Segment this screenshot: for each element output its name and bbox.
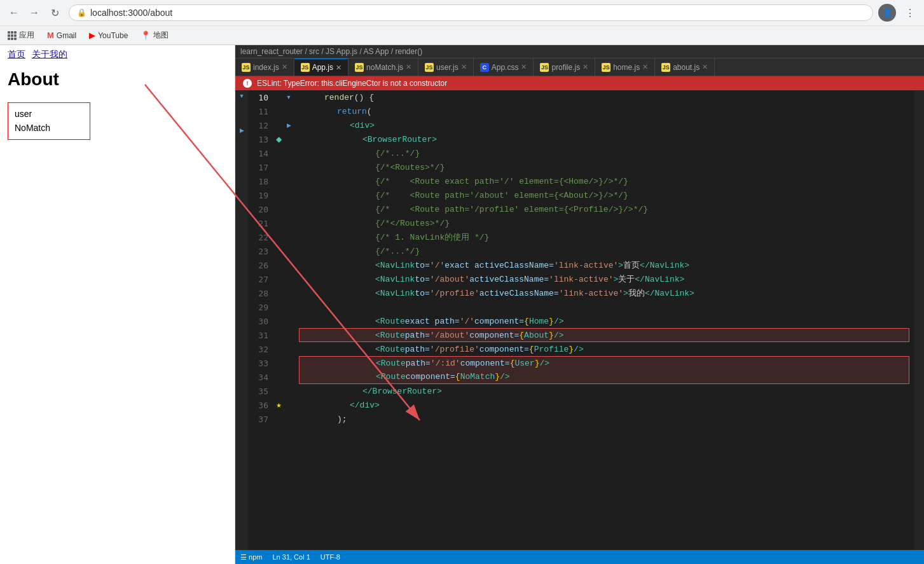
tab-app-js[interactable]: JS App.js ✕ — [294, 58, 348, 76]
profile-button[interactable]: 👤 — [878, 4, 896, 22]
code-line-19: {/* <Route path='/about' element={<About… — [299, 188, 909, 202]
encoding: UTF-8 — [321, 553, 340, 561]
box-line-1: user — [15, 107, 83, 121]
code-line-11: return ( — [299, 104, 909, 118]
line-num-36: 36 — [248, 398, 273, 412]
home-link[interactable]: 首页 — [8, 49, 25, 60]
editor-tabs: JS index.js ✕ JS App.js ✕ JS noMatch.js … — [235, 58, 924, 76]
line-num-10: 10 — [248, 90, 273, 104]
code-line-21: {/*</Routes>*/} — [299, 216, 909, 230]
line-num-22: 22 — [248, 230, 273, 244]
js-icon-app: JS — [301, 63, 310, 72]
marker-12 — [273, 118, 284, 132]
lock-icon: 🔒 — [77, 8, 86, 17]
forward-button[interactable]: → — [25, 4, 43, 22]
about-link[interactable]: 关于我的 — [32, 49, 67, 60]
fold-icon-10[interactable]: ▼ — [239, 93, 245, 99]
tab-app-css[interactable]: C App.css ✕ — [474, 58, 534, 76]
marker-33 — [273, 356, 284, 370]
left-gutter: ▼ ▶ — [235, 90, 248, 550]
apps-bookmark[interactable]: 应用 — [5, 29, 37, 42]
tab-home-js[interactable]: JS home.js ✕ — [595, 58, 655, 76]
maps-label: 地图 — [153, 30, 169, 41]
youtube-label: YouTube — [98, 31, 128, 40]
tab-index-js-close[interactable]: ✕ — [282, 63, 287, 71]
error-bar: ! ESLint: TypeError: this.cliEngineCtor … — [235, 76, 924, 90]
marker-20 — [273, 202, 284, 216]
browser-nav: ← → ↻ 🔒 localhost:3000/about 👤 ⋮ — [0, 0, 924, 25]
code-line-18: {/* <Route exact path='/' element={<Home… — [299, 174, 909, 188]
tab-about-js[interactable]: JS about.js ✕ — [655, 58, 715, 76]
code-line-12: <div> — [299, 118, 909, 132]
menu-button[interactable]: ⋮ — [901, 4, 919, 22]
tab-profile-js-label: profile.js — [551, 63, 580, 72]
line-num-35: 35 — [248, 384, 273, 398]
tab-nomatch-js-label: noMatch.js — [366, 63, 403, 72]
tab-about-js-label: about.js — [673, 63, 700, 72]
marker-30 — [273, 314, 284, 328]
status-bar: ☰ npm Ln 31, Col 1 UTF-8 — [235, 550, 924, 564]
apps-icon — [8, 31, 17, 40]
fold-icon-12[interactable]: ▶ — [240, 127, 244, 134]
fold-10[interactable]: ▼ — [286, 94, 292, 100]
breadcrumb: learn_react_router / src / JS App.js / A… — [235, 45, 924, 58]
code-line-35: </BrowserRouter> — [299, 384, 909, 398]
youtube-bookmark[interactable]: ▶ YouTube — [86, 29, 130, 41]
line-col: Ln 31, Col 1 — [272, 553, 310, 561]
line-num-19: 19 — [248, 188, 273, 202]
code-line-37: ); — [299, 412, 909, 426]
tab-user-js[interactable]: JS user.js ✕ — [418, 58, 474, 76]
reload-button[interactable]: ↻ — [46, 4, 64, 22]
marker-32 — [273, 342, 284, 356]
line-num-23: 23 — [248, 244, 273, 258]
code-line-29 — [299, 300, 909, 314]
marker-23 — [273, 244, 284, 258]
back-button[interactable]: ← — [5, 4, 23, 22]
line-num-17: 17 — [248, 160, 273, 174]
line-num-12: 12 — [248, 118, 273, 132]
code-line-30: <Route exact path='/' component={Home} /… — [299, 314, 909, 328]
marker-13: ◆ — [273, 132, 284, 146]
line-num-27: 27 — [248, 272, 273, 286]
code-line-26: <NavLink to='/' exact activeClassName='l… — [299, 258, 909, 272]
fold-12: ▶ — [287, 122, 291, 128]
tab-nomatch-js[interactable]: JS noMatch.js ✕ — [348, 58, 418, 76]
tab-nomatch-js-close[interactable]: ✕ — [406, 63, 411, 71]
css-icon: C — [480, 63, 489, 72]
tab-app-js-close[interactable]: ✕ — [336, 64, 341, 72]
code-line-10: render() { — [299, 90, 909, 104]
marker-17 — [273, 160, 284, 174]
tab-app-css-close[interactable]: ✕ — [521, 63, 527, 71]
marker-26 — [273, 258, 284, 272]
vscode-panel: learn_react_router / src / JS App.js / A… — [235, 45, 924, 564]
marker-11 — [273, 104, 284, 118]
address-bar[interactable]: 🔒 localhost:3000/about — [69, 4, 873, 21]
marker-37 — [273, 412, 284, 426]
code-line-23: {/*...*/} — [299, 244, 909, 258]
bookmarks-bar: 应用 M Gmail ▶ YouTube 📍 地图 — [0, 25, 924, 45]
line-numbers: 10 11 12 13 14 17 18 19 20 21 22 23 26 2… — [248, 90, 273, 550]
marker-10 — [273, 90, 284, 104]
tab-user-js-close[interactable]: ✕ — [461, 63, 467, 71]
line-num-29: 29 — [248, 300, 273, 314]
line-num-11: 11 — [248, 104, 273, 118]
tab-about-js-close[interactable]: ✕ — [702, 63, 708, 71]
marker-21 — [273, 216, 284, 230]
code-editor: ▼ ▶ — [235, 90, 924, 550]
error-text: ESLint: TypeError: this.cliEngineCtor is… — [257, 79, 447, 88]
fold-indicators: ▼ ▶ — [284, 90, 294, 550]
js-icon-nomatch: JS — [355, 63, 364, 72]
marker-36: ★ — [273, 398, 284, 412]
tab-profile-js[interactable]: JS profile.js ✕ — [534, 58, 595, 76]
git-branch: ☰ npm — [240, 553, 262, 561]
tab-index-js[interactable]: JS index.js ✕ — [235, 58, 294, 76]
tab-profile-js-close[interactable]: ✕ — [583, 63, 588, 71]
js-icon-about: JS — [661, 63, 670, 72]
line-num-13: 13 — [248, 132, 273, 146]
box-line-2: NoMatch — [15, 121, 83, 135]
gmail-bookmark[interactable]: M Gmail — [45, 29, 79, 41]
js-icon-profile: JS — [540, 63, 549, 72]
marker-29 — [273, 300, 284, 314]
tab-home-js-close[interactable]: ✕ — [642, 63, 648, 71]
maps-bookmark[interactable]: 📍 地图 — [138, 29, 171, 42]
